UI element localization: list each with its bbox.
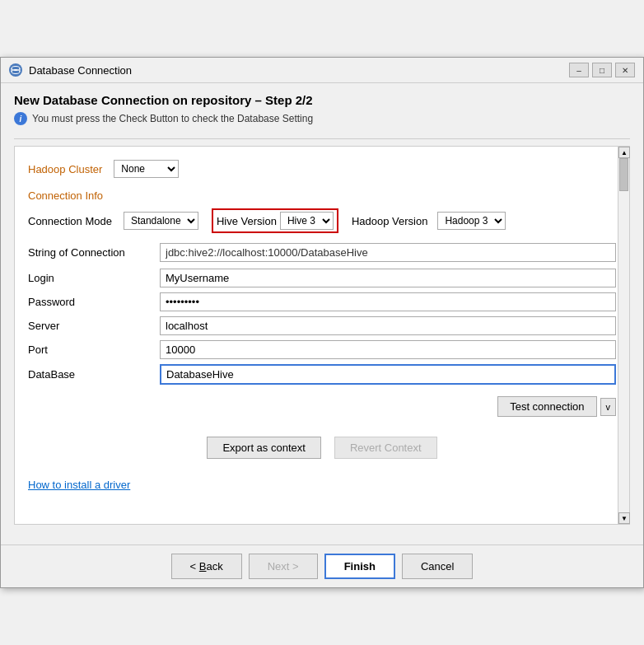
window-controls: – □ ✕: [569, 63, 635, 77]
database-label: DataBase: [28, 368, 160, 381]
scrollbar[interactable]: ▲ ▼: [618, 147, 629, 524]
server-input[interactable]: [160, 316, 616, 335]
maximize-button[interactable]: □: [592, 63, 612, 77]
hadoop-cluster-row: Hadoop Cluster None Cluster 1 Cluster 2: [28, 160, 616, 178]
main-window: Database Connection – □ ✕ New Database C…: [0, 57, 644, 588]
database-input-wrapper: [160, 364, 616, 385]
v-dropdown-button[interactable]: v: [600, 398, 617, 416]
hive-version-box: Hive Version Hive 1 Hive 2 Hive 3: [212, 208, 338, 233]
password-label: Password: [28, 296, 160, 308]
database-input[interactable]: [160, 364, 616, 385]
window-title: Database Connection: [29, 64, 132, 77]
scrollbar-down-arrow[interactable]: ▼: [618, 512, 630, 524]
server-label: Server: [28, 320, 160, 332]
page-title: New Database Connection on repository – …: [14, 93, 630, 107]
next-label: Next >: [268, 560, 299, 573]
info-bar: i You must press the Check Button to che…: [14, 112, 630, 125]
port-row: Port: [28, 340, 616, 359]
app-icon: [9, 63, 22, 77]
login-input-wrapper: [160, 269, 616, 287]
back-button[interactable]: < Back: [171, 554, 242, 579]
string-connection-row: String of Connection: [28, 243, 616, 262]
cancel-button[interactable]: Cancel: [402, 554, 473, 579]
port-input-wrapper: [160, 340, 616, 359]
scrollbar-thumb[interactable]: [619, 158, 628, 191]
hadoop-cluster-label: Hadoop Cluster: [28, 163, 102, 175]
scrollbar-up-arrow[interactable]: ▲: [618, 147, 630, 158]
titlebar: Database Connection – □ ✕: [1, 58, 643, 83]
footer: < Back Next > Finish Cancel: [1, 545, 643, 587]
hadoop-version-select[interactable]: Hadoop 2 Hadoop 3: [437, 212, 506, 230]
install-driver-link[interactable]: How to install a driver: [28, 479, 130, 491]
content-area: New Database Connection on repository – …: [1, 83, 643, 545]
minimize-button[interactable]: –: [569, 63, 589, 77]
export-context-button[interactable]: Export as context: [207, 437, 320, 459]
login-input[interactable]: [160, 269, 616, 287]
connection-mode-label: Connection Mode: [28, 215, 112, 227]
titlebar-left: Database Connection: [9, 63, 132, 77]
password-row: Password: [28, 292, 616, 311]
password-input[interactable]: [160, 292, 616, 311]
back-label: < Back: [190, 560, 223, 573]
login-label: Login: [28, 272, 160, 284]
hive-version-select[interactable]: Hive 1 Hive 2 Hive 3: [280, 212, 334, 230]
hadoop-cluster-select[interactable]: None Cluster 1 Cluster 2: [114, 160, 179, 178]
finish-button[interactable]: Finish: [324, 554, 395, 579]
server-input-wrapper: [160, 316, 616, 335]
next-button[interactable]: Next >: [249, 554, 318, 579]
close-button[interactable]: ✕: [615, 63, 635, 77]
test-connection-button[interactable]: Test connection: [497, 396, 596, 417]
string-connection-label: String of Connection: [28, 246, 160, 259]
info-message: You must press the Check Button to check…: [32, 113, 313, 124]
driver-link-row: How to install a driver: [28, 472, 616, 498]
context-buttons-row: Export as context Revert Context: [28, 437, 616, 459]
password-input-wrapper: [160, 292, 616, 311]
info-icon: i: [14, 112, 27, 125]
server-row: Server: [28, 316, 616, 335]
port-input[interactable]: [160, 340, 616, 359]
scrollable-panel: Hadoop Cluster None Cluster 1 Cluster 2 …: [14, 146, 630, 525]
test-connection-row: Test connection v: [28, 396, 616, 417]
connection-mode-row: Connection Mode Standalone Cluster Hive …: [28, 208, 616, 233]
hive-version-label: Hive Version: [217, 215, 277, 227]
scrollbar-track[interactable]: [618, 158, 629, 512]
hadoop-version-label: Hadoop Version: [352, 215, 428, 227]
connection-info-label: Connection Info: [28, 189, 616, 202]
port-label: Port: [28, 344, 160, 356]
connection-mode-select[interactable]: Standalone Cluster: [124, 212, 198, 230]
revert-context-button[interactable]: Revert Context: [334, 437, 437, 459]
database-row: DataBase: [28, 364, 616, 385]
string-connection-input[interactable]: [160, 243, 616, 262]
login-row: Login: [28, 269, 616, 287]
divider-top: [14, 138, 630, 139]
